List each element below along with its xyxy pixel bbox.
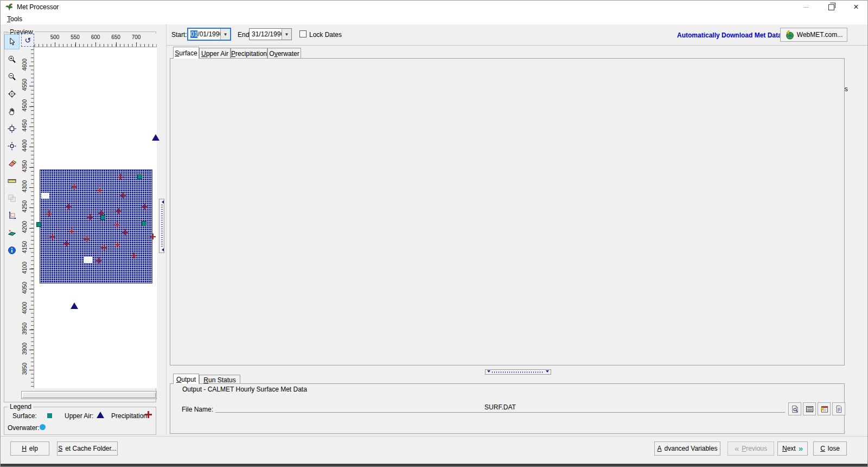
- start-date-combo[interactable]: 01/01/1990 ▼: [188, 28, 231, 40]
- rotate-icon: ↺: [24, 36, 31, 45]
- previous-chevron-icon: «: [735, 445, 739, 452]
- map-scroll-thumb[interactable]: [22, 392, 156, 398]
- ruler-tick: [136, 42, 137, 47]
- pan-hand-tool-button[interactable]: [4, 104, 20, 119]
- layers-tool-button[interactable]: [4, 225, 20, 241]
- output-preview-button[interactable]: [788, 402, 801, 415]
- zoom-in-tool-button[interactable]: [4, 52, 20, 67]
- center-target-tool-button[interactable]: [4, 86, 20, 102]
- restore-icon: [828, 4, 834, 10]
- restore-button[interactable]: [819, 1, 844, 14]
- output-list-button[interactable]: [803, 402, 816, 415]
- precipitation-station-marker: [142, 204, 148, 210]
- vertical-ruler: 4600455045004450440043504300425042004150…: [21, 47, 34, 388]
- layers-icon: [8, 229, 16, 237]
- pager-arrow-icon: [487, 370, 490, 374]
- ruler-tick-label: 700: [132, 34, 141, 40]
- previous-label: Previous: [742, 445, 767, 452]
- map-preview-canvas[interactable]: [34, 47, 157, 388]
- advanced-variables-button[interactable]: Advanced Variables: [654, 441, 720, 456]
- ruler-tick: [75, 42, 76, 47]
- help-button[interactable]: Help: [10, 441, 49, 456]
- ruler-tick: [29, 269, 34, 269]
- shrink-extents-icon: [8, 124, 16, 133]
- precipitation-station-marker: [122, 229, 128, 235]
- panel-splitter[interactable]: [159, 199, 164, 253]
- end-date-dropdown-icon[interactable]: ▼: [282, 29, 291, 40]
- surface-station-marker: [142, 221, 146, 226]
- measure-ruler-icon: [8, 176, 16, 185]
- horizontal-ruler: 500550600650700: [34, 34, 157, 47]
- measure-ruler-tool-button[interactable]: [4, 173, 20, 188]
- ruler-tick: [55, 42, 55, 47]
- expand-extents-icon: [8, 142, 16, 150]
- expand-extents-tool-button[interactable]: [4, 138, 20, 154]
- ruler-tick-label: 500: [50, 34, 60, 40]
- precipitation-station-marker: [116, 208, 122, 214]
- tab-precipitation[interactable]: Precipitation: [231, 48, 267, 58]
- shrink-extents-tool-button[interactable]: [4, 121, 20, 136]
- legend-precipitation-label: Precipitation:: [111, 412, 149, 420]
- upper-air-marker-icon: [97, 412, 104, 418]
- eraser-icon: [8, 159, 16, 168]
- ruler-tick: [29, 370, 34, 370]
- start-date-dropdown-icon[interactable]: ▼: [220, 29, 230, 40]
- map-horizontal-scrollbar[interactable]: [21, 391, 157, 399]
- set-cache-folder-button[interactable]: Set Cache Folder...: [57, 441, 118, 456]
- info-tool-button[interactable]: [4, 243, 20, 258]
- window-title: Met Processor: [17, 3, 59, 11]
- ruler-tick-label: 4000: [22, 302, 28, 314]
- output-run-button[interactable]: [818, 402, 831, 415]
- ruler-tick-label: 4500: [22, 99, 28, 111]
- next-button[interactable]: Next »: [777, 441, 808, 456]
- overwater-marker-icon: [40, 424, 46, 430]
- text-document-icon: [835, 405, 843, 413]
- end-date-combo[interactable]: 31/12/1990 ▼: [249, 28, 292, 40]
- tab-run-status[interactable]: Run Status: [199, 375, 240, 384]
- model-grid-block: [40, 169, 152, 283]
- eraser-tool-button[interactable]: [4, 156, 20, 171]
- file-name-field[interactable]: SURF.DAT: [215, 403, 785, 413]
- webmet-label: WebMET.com...: [797, 31, 843, 39]
- surface-tab-page: [170, 58, 845, 365]
- ruler-tick-label: 4050: [22, 282, 28, 294]
- grid-horizontal-pager[interactable]: [485, 369, 551, 375]
- legend-surface-label: Surface:: [12, 412, 37, 420]
- tab-output[interactable]: Output: [173, 374, 199, 384]
- close-button[interactable]: ×: [844, 1, 868, 14]
- axes-tool-button[interactable]: [4, 208, 20, 223]
- ruler-tick: [29, 187, 34, 188]
- lock-dates-checkbox[interactable]: [299, 30, 307, 37]
- surface-station-marker: [137, 174, 142, 179]
- precipitation-station-marker: [46, 211, 52, 217]
- grid-pages-icon: [8, 194, 16, 203]
- webmet-button[interactable]: WebMET.com...: [780, 28, 847, 42]
- met-processor-window: Met Processor × Tools Preview ↺ 50055060…: [0, 0, 868, 467]
- center-target-icon: [8, 90, 16, 98]
- tab-overwater[interactable]: Overwater: [267, 48, 301, 58]
- tab-surface[interactable]: Surface: [173, 47, 199, 59]
- splitter-grip: [161, 205, 163, 247]
- precipitation-station-marker: [150, 234, 156, 239]
- pointer-tool-button[interactable]: [4, 34, 20, 49]
- minimize-icon: [803, 7, 809, 8]
- precipitation-station-marker: [87, 214, 93, 220]
- minimize-button[interactable]: [794, 1, 819, 14]
- pager-arrow-icon: [546, 370, 549, 374]
- ruler-tick-label: 4400: [22, 140, 28, 152]
- zoom-out-tool-button[interactable]: [4, 69, 20, 84]
- close-dialog-button[interactable]: Close: [813, 441, 847, 456]
- menu-tools[interactable]: Tools: [5, 15, 24, 23]
- toolbar-gripper: [5, 31, 18, 33]
- ruler-tick: [29, 66, 34, 66]
- ruler-tick: [29, 147, 34, 147]
- ruler-tick-label: 4550: [22, 79, 28, 91]
- rotate-view-button[interactable]: ↺: [21, 34, 34, 47]
- ruler-tick: [29, 106, 34, 107]
- lock-dates-label: Lock Dates: [309, 31, 342, 39]
- output-document-button[interactable]: [832, 402, 845, 415]
- precipitation-marker-icon: [145, 411, 152, 418]
- tab-upper-air[interactable]: Upper Air: [199, 48, 231, 58]
- grid-pages-tool-button: [4, 191, 20, 206]
- ruler-tick: [29, 207, 34, 208]
